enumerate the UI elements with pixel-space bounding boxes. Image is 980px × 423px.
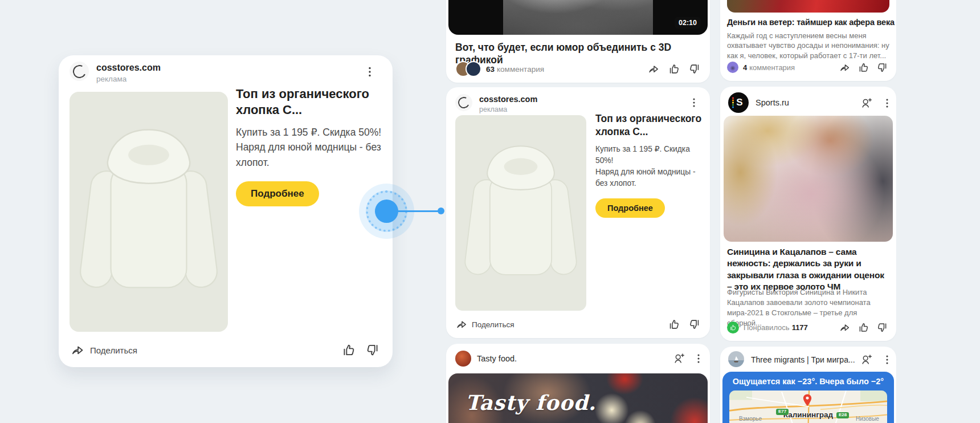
thumb-down-icon[interactable] [876,322,888,333]
comments-count[interactable]: 63 [486,65,495,74]
kebab-menu-icon[interactable] [881,97,893,109]
share-icon[interactable] [839,322,851,333]
sports-ru-avatar[interactable]: S [728,92,749,113]
kebab-menu-icon[interactable] [688,96,700,109]
three-migrants-avatar[interactable] [728,351,744,367]
share-icon[interactable] [455,318,468,331]
comments-label[interactable]: комментария [749,63,795,72]
action-bar: Поделиться [70,342,380,358]
sports-card: S Sports.ru Синицина и Кацалапов – сама … [720,87,896,341]
video-duration-badge: 02:10 [675,17,701,29]
share-icon[interactable] [647,63,660,75]
tasty-food-image[interactable]: Tasty food. [448,373,708,423]
map-town-right-label: Низовые [856,416,879,422]
share-label[interactable]: Поделиться [90,345,137,355]
connector-dot [375,200,398,223]
follow-icon[interactable] [860,353,873,366]
follow-icon[interactable] [673,352,685,365]
video-thumbnail [503,0,654,35]
share-icon[interactable] [839,62,851,74]
ad-cta-button[interactable]: Подробнее [595,198,665,218]
article-image[interactable] [724,116,893,242]
cosstores-avatar[interactable] [70,62,89,81]
tasty-food-image-logo: Tasty food. [466,391,596,414]
sports-logo-letter: S [736,97,742,108]
product-image[interactable] [70,92,228,332]
thumb-up-icon[interactable] [668,63,680,75]
callout-ad-card: cosstores.com реклама Топ из органическо… [59,55,393,367]
ad-cta-button[interactable]: Подробнее [236,181,319,206]
article-image[interactable] [727,0,889,13]
sponsored-label: реклама [96,75,126,83]
comments-count[interactable]: 4 [743,63,747,72]
action-bar: 63 комментария [455,62,701,76]
channel-name[interactable]: Three migrants | Три мигра... [751,355,855,364]
action-bar: Понравилось 1177 [727,321,888,333]
article-title[interactable]: Синицина и Кацалапов – сама нежность: де… [727,246,891,293]
thumb-down-icon[interactable] [876,62,888,74]
video-card: 02:10 Вот, что будет, если юмор объедини… [446,0,710,83]
ad-body-line2: Наряд для юной модницы - без хлопот. [236,140,382,170]
liked-label: Понравилось [744,323,790,332]
thumb-up-icon[interactable] [858,322,869,333]
route-badge-right: Е28 [836,412,849,418]
kebab-menu-icon[interactable] [363,65,377,79]
kebab-menu-icon[interactable] [692,352,705,365]
ad-body-line1: Купить за 1 195 ₽. Скидка 50%! [236,125,382,140]
comments-label[interactable]: комментария [497,65,544,74]
map-town-left-label: Взморье [739,416,762,422]
ad-body-line2: Наряд для юной модницы - без хлопот. [595,166,703,189]
product-image[interactable] [455,115,586,311]
route-badge-left: Е77 [776,409,789,415]
ad-title[interactable]: Топ из органического хлопка С... [595,112,703,139]
tasty-food-card: Tasty food. Tasty food. [446,344,710,423]
cosstores-logo-icon [456,95,471,109]
tasty-food-avatar[interactable] [455,351,471,367]
map-pin-icon [800,392,815,409]
connector-line [397,210,440,212]
video-player[interactable]: 02:10 [448,0,708,35]
follow-icon[interactable] [860,97,873,109]
channel-name[interactable]: Tasty food. [477,354,517,363]
thumb-up-icon[interactable] [341,343,356,357]
liked-count: 1177 [792,323,808,332]
share-label[interactable]: Поделиться [472,320,514,329]
liked-badge-icon [727,322,739,333]
thumb-down-icon[interactable] [365,343,380,357]
thumb-up-icon[interactable] [858,62,869,74]
thumb-down-icon[interactable] [688,63,701,75]
article-snippet: Каждый год с наступлением весны меня охв… [727,31,891,60]
feed-ad-card: cosstores.com реклама Топ из органическо… [446,87,710,338]
channel-name[interactable]: cosstores.com [479,95,537,104]
channel-name[interactable]: Sports.ru [756,98,789,107]
weather-banner: Ощущается как −23°. Вчера было −2° [722,377,894,386]
weather-widget[interactable]: Ощущается как −23°. Вчера было −2° Калин… [722,372,894,423]
cosstores-avatar[interactable] [455,94,472,111]
migrants-weather-card: Three migrants | Три мигра... Ощущается … [720,347,896,423]
ad-title[interactable]: Топ из органического хлопка С... [236,86,382,117]
commenter-avatar-2 [466,61,481,77]
sponsored-label: реклама [479,105,507,113]
zen-feed-screen: cosstores.com реклама Топ из органическо… [0,0,980,423]
connector-end-dot [438,208,444,214]
share-icon[interactable] [70,343,85,357]
action-bar: Поделиться [455,318,701,331]
thumb-up-icon[interactable] [668,318,680,331]
thumb-down-icon[interactable] [688,318,701,331]
channel-name[interactable]: cosstores.com [96,63,161,73]
kebab-menu-icon[interactable] [881,353,893,366]
action-bar: 4 комментария [727,61,888,74]
weather-map[interactable]: Калининград Взморье Низовые Е77 Е28 [729,391,887,423]
sports-logo-dots-icon [732,97,734,108]
ad-body-line1: Купить за 1 195 ₽. Скидка 50%! [595,144,703,166]
cosstores-logo-icon [71,63,88,80]
article-title[interactable]: Деньги на ветер: таймшер как афера века [727,18,895,27]
commenter-avatar [727,62,738,73]
timeshare-card: Деньги на ветер: таймшер как афера века … [720,0,896,81]
